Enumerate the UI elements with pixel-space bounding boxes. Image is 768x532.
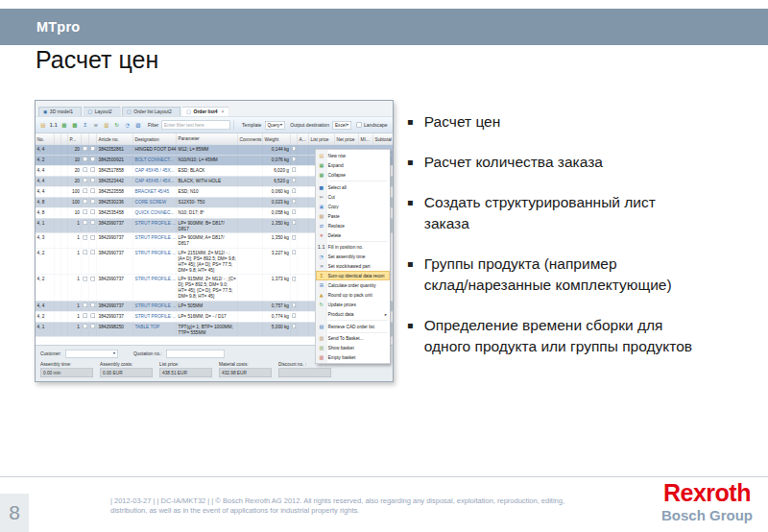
row-checkbox[interactable] xyxy=(89,166,97,177)
column-header-parameter[interactable]: Parameter xyxy=(177,133,238,144)
cell-designation-link[interactable]: STRUT PROFILE ... xyxy=(133,312,177,323)
row-checkbox[interactable] xyxy=(82,177,89,187)
row-checkbox[interactable] xyxy=(291,177,298,187)
row-checkbox[interactable] xyxy=(291,275,298,301)
row-checkbox[interactable] xyxy=(82,312,89,323)
row-checkbox[interactable] xyxy=(291,166,298,177)
menu-item[interactable]: ▨ Retrieve CAD order list xyxy=(316,322,390,331)
row-checkbox[interactable] xyxy=(89,145,97,156)
row-checkbox[interactable] xyxy=(82,156,89,166)
row-checkbox[interactable] xyxy=(82,208,89,219)
row-checkbox[interactable] xyxy=(89,198,97,208)
menu-item[interactable]: ⊞ Calculate order quantity xyxy=(316,280,390,290)
cell-designation-link[interactable]: HINGED FOOT D44 xyxy=(133,145,177,156)
row-checkbox[interactable] xyxy=(82,166,89,177)
cell-designation-link[interactable]: CAP 45X45 / 45X... xyxy=(133,177,177,187)
row-checkbox[interactable] xyxy=(82,187,89,198)
row-checkbox[interactable] xyxy=(291,145,298,156)
menu-item[interactable]: ▥ Show basket xyxy=(316,343,390,352)
row-checkbox[interactable] xyxy=(89,208,97,219)
tab[interactable]: ▢ Layout2 xyxy=(84,107,121,116)
menu-item[interactable]: ▤ New row xyxy=(316,151,390,160)
tab[interactable]: ▢ Order list4 × xyxy=(181,107,228,116)
column-header-article[interactable]: Article no. xyxy=(97,133,133,144)
row-checkbox[interactable] xyxy=(291,302,298,312)
column-header-icon[interactable] xyxy=(55,133,61,144)
column-header-checkbox[interactable] xyxy=(89,133,97,144)
cell-designation-link[interactable]: CAP 45X45 / 45X... xyxy=(133,166,177,177)
row-checkbox[interactable] xyxy=(89,323,97,337)
cell-designation-link[interactable]: BOLT CONNECT... xyxy=(133,156,177,166)
toolbar-icon[interactable]: ▤ xyxy=(38,120,48,130)
row-checkbox[interactable] xyxy=(82,219,89,233)
row-checkbox[interactable] xyxy=(291,233,298,248)
output-destination-dropdown[interactable]: Excel xyxy=(332,121,351,130)
row-checkbox[interactable] xyxy=(291,187,298,198)
row-checkbox[interactable] xyxy=(89,233,97,248)
column-header-mi[interactable]: MI... xyxy=(359,133,373,144)
row-checkbox[interactable] xyxy=(291,198,298,208)
menu-item[interactable]: ▩ Collapse xyxy=(316,170,390,180)
menu-item[interactable]: ▦ Expand xyxy=(316,160,390,170)
row-checkbox[interactable] xyxy=(89,312,97,323)
column-header-subtotal[interactable]: Subtotal xyxy=(373,133,394,144)
menu-item[interactable]: ▲ Round up to pack unit xyxy=(316,290,390,300)
row-checkbox[interactable] xyxy=(291,156,298,166)
cell-designation-link[interactable]: STRUT PROFILE ... xyxy=(133,233,177,248)
toolbar-icon[interactable]: ≡ xyxy=(91,120,101,130)
column-header-comments[interactable]: Comments xyxy=(238,133,263,144)
menu-item[interactable]: ⇄ Replace xyxy=(316,221,390,230)
column-header-quantity[interactable]: P... xyxy=(68,133,82,144)
row-checkbox[interactable] xyxy=(82,302,89,312)
column-header-designation[interactable]: Designation xyxy=(133,133,177,144)
toolbar-icon[interactable]: ▨ xyxy=(133,120,143,130)
toolbar-icon[interactable]: ▦ xyxy=(60,120,69,130)
folder-icon[interactable]: ▤ xyxy=(393,120,394,130)
menu-item[interactable]: ↻ Update prices xyxy=(316,300,390,309)
toolbar-icon[interactable]: Σ xyxy=(81,120,90,130)
menu-item[interactable]: Σ Sum-up identical data records xyxy=(316,271,390,280)
menu-item[interactable]: ✂ Cut xyxy=(316,192,390,202)
row-checkbox[interactable] xyxy=(291,249,298,275)
column-header-net-price[interactable]: Net price xyxy=(335,133,359,144)
row-checkbox[interactable] xyxy=(291,312,298,323)
cell-designation-link[interactable]: CORE SCREW xyxy=(133,198,177,208)
cell-designation-link[interactable]: STRUT PROFILE ... xyxy=(133,302,177,312)
menu-item[interactable]: ▥ Send To Basket... xyxy=(316,333,390,343)
menu-item[interactable]: ≡ Set stock/sawed part xyxy=(316,261,390,271)
column-header-list-price[interactable]: List price xyxy=(309,133,335,144)
menu-item[interactable]: 1.1 Fill in position no. xyxy=(316,242,390,252)
column-header-checkbox[interactable] xyxy=(82,133,89,144)
cell-designation-link[interactable]: QUICK CONNEC... xyxy=(133,208,177,219)
row-checkbox[interactable] xyxy=(82,145,89,156)
toolbar-icon[interactable]: ▥ xyxy=(102,120,111,130)
toolbar-icon[interactable]: ▩ xyxy=(70,120,80,130)
filter-input[interactable] xyxy=(162,120,230,130)
row-checkbox[interactable] xyxy=(291,208,298,219)
cell-designation-link[interactable]: BRACKET 45/45 xyxy=(133,187,177,198)
row-checkbox[interactable] xyxy=(82,198,89,208)
column-header-weight[interactable]: Weight xyxy=(263,133,291,144)
menu-item[interactable]: ◔ Set assembly time xyxy=(316,252,390,261)
row-checkbox[interactable] xyxy=(89,275,97,301)
menu-item[interactable]: × Delete xyxy=(316,230,390,240)
row-checkbox[interactable] xyxy=(89,156,97,166)
menu-item[interactable]: ▣ Copy xyxy=(316,202,390,211)
row-checkbox[interactable] xyxy=(89,177,97,187)
row-checkbox[interactable] xyxy=(82,323,89,337)
cell-designation-link[interactable]: STRUT PROFILE ... xyxy=(133,275,177,301)
menu-item[interactable]: ▨ Paste xyxy=(316,211,390,221)
tab-close-icon[interactable]: × xyxy=(222,109,225,115)
row-checkbox[interactable] xyxy=(89,302,97,312)
row-checkbox[interactable] xyxy=(89,249,97,275)
column-header-checkbox[interactable] xyxy=(291,133,298,144)
cell-designation-link[interactable]: STRUT PROFILE ... xyxy=(133,249,177,275)
row-checkbox[interactable] xyxy=(89,187,97,198)
column-header-icon[interactable] xyxy=(61,133,68,144)
row-checkbox[interactable] xyxy=(82,249,89,275)
tab[interactable]: ▢ Order list Layout2 xyxy=(122,107,180,116)
cell-designation-link[interactable]: STRUT PROFILE ... xyxy=(133,219,177,233)
menu-item[interactable]: ▥ Empty basket xyxy=(316,352,390,362)
template-dropdown[interactable]: Query xyxy=(265,121,285,130)
customer-dropdown[interactable] xyxy=(65,350,118,358)
